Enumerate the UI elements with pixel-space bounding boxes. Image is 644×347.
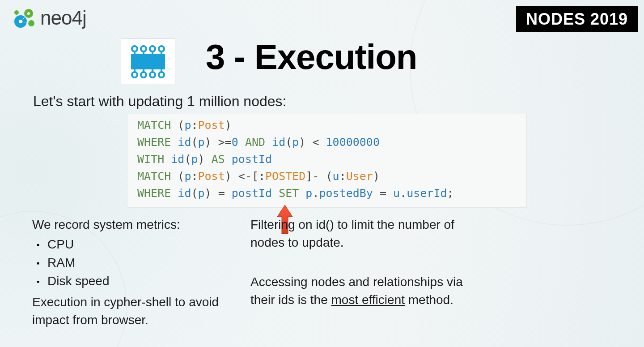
text-line: Filtering on id() to limit the number of bbox=[250, 216, 501, 234]
text-line: Accessing nodes and relationships via bbox=[250, 273, 501, 291]
code-punc: . bbox=[312, 187, 319, 200]
text-line: nodes to update. bbox=[250, 234, 501, 252]
code-punc: ) bbox=[299, 136, 305, 149]
svg-point-23 bbox=[159, 72, 164, 77]
code-punc: : bbox=[339, 170, 346, 183]
code-space bbox=[171, 187, 178, 200]
code-punc: ) bbox=[225, 119, 232, 132]
code-func: id bbox=[178, 136, 191, 149]
svg-point-3 bbox=[14, 10, 19, 15]
code-keyword: MATCH bbox=[137, 119, 171, 132]
code-block: MATCH (p:Post) WHERE id(p) >=0 AND id(p)… bbox=[127, 114, 527, 208]
code-punc: ( bbox=[285, 136, 292, 149]
code-punc: ) bbox=[373, 170, 380, 183]
svg-point-19 bbox=[141, 72, 146, 77]
code-func: id bbox=[171, 153, 184, 166]
code-punc: ( bbox=[184, 153, 191, 166]
code-label: Post bbox=[198, 170, 225, 183]
code-var: p bbox=[184, 119, 191, 132]
svg-point-17 bbox=[132, 72, 137, 77]
code-keyword: MATCH bbox=[137, 170, 171, 183]
code-label: Post bbox=[198, 119, 225, 132]
left-column: We record system metrics: CPU RAM Disk s… bbox=[32, 216, 242, 329]
code-keyword: AS bbox=[205, 153, 232, 166]
code-var: u bbox=[333, 170, 339, 183]
svg-point-13 bbox=[150, 46, 155, 51]
code-keyword: WITH bbox=[137, 153, 164, 166]
right-paragraph-1: Filtering on id() to limit the number of… bbox=[250, 216, 501, 252]
underlined-text: most efficient bbox=[331, 293, 405, 307]
slide-title: 3 - Execution bbox=[206, 37, 417, 77]
code-var: p bbox=[198, 136, 205, 149]
svg-rect-8 bbox=[131, 54, 165, 69]
code-number: 0 bbox=[232, 136, 238, 149]
code-punc: ) bbox=[198, 153, 205, 166]
code-keyword: AND bbox=[238, 136, 272, 149]
code-punc: : bbox=[258, 170, 265, 183]
brand-name: neo4j bbox=[40, 7, 86, 29]
intro-text: Let's start with updating 1 million node… bbox=[33, 93, 286, 110]
code-alias: postId bbox=[232, 153, 272, 166]
code-prop: userId bbox=[407, 187, 447, 200]
svg-point-15 bbox=[159, 46, 164, 51]
code-func: id bbox=[272, 136, 285, 149]
left-footnote-line2: impact from browser. bbox=[32, 311, 242, 329]
metrics-lead: We record system metrics: bbox=[32, 216, 242, 234]
metrics-list: CPU RAM Disk speed bbox=[32, 236, 242, 291]
code-op: = bbox=[212, 187, 232, 200]
event-badge: NODES 2019 bbox=[516, 6, 638, 32]
code-var: u bbox=[393, 187, 400, 200]
text-line: their ids is the most efficient method. bbox=[250, 291, 501, 309]
code-var: p bbox=[191, 153, 198, 166]
code-punc: ) bbox=[225, 170, 232, 183]
code-punc: ( bbox=[171, 170, 184, 183]
code-punc: : bbox=[191, 170, 198, 183]
list-item: RAM bbox=[47, 254, 242, 272]
left-footnote-line1: Execution in cypher-shell to avoid bbox=[32, 293, 242, 311]
code-var: p bbox=[198, 187, 205, 200]
code-relation: POSTED bbox=[265, 170, 305, 183]
code-op: < bbox=[305, 136, 326, 149]
code-alias: postId bbox=[232, 187, 272, 200]
code-var: p bbox=[292, 136, 299, 149]
code-punc: ( bbox=[191, 136, 198, 149]
code-prop: postedBy bbox=[319, 187, 373, 200]
code-var: p bbox=[305, 187, 312, 200]
code-arrow: <-[ bbox=[232, 170, 258, 183]
right-paragraph-2: Accessing nodes and relationships via th… bbox=[250, 273, 501, 309]
list-item: CPU bbox=[47, 236, 242, 254]
code-punc: . bbox=[400, 187, 407, 200]
code-label: User bbox=[346, 170, 373, 183]
code-keyword: WHERE bbox=[137, 187, 171, 200]
code-punc: ) bbox=[205, 136, 212, 149]
text-fragment: method. bbox=[405, 293, 453, 307]
code-keyword: WHERE bbox=[137, 136, 171, 149]
code-space bbox=[171, 136, 178, 149]
brand-logo: neo4j bbox=[12, 5, 86, 30]
code-func: id bbox=[178, 187, 191, 200]
code-space bbox=[164, 153, 171, 166]
code-arrow: ]- ( bbox=[305, 170, 332, 183]
code-punc: ) bbox=[205, 187, 212, 200]
svg-point-11 bbox=[141, 46, 146, 51]
right-column: Filtering on id() to limit the number of… bbox=[250, 216, 501, 309]
code-punc: : bbox=[191, 119, 198, 132]
svg-point-9 bbox=[132, 46, 137, 51]
code-number: 10000000 bbox=[326, 136, 380, 149]
text-fragment: their ids is the bbox=[250, 293, 331, 307]
code-keyword: SET bbox=[272, 187, 305, 200]
neo4j-logo-icon bbox=[12, 5, 37, 30]
code-op: >= bbox=[212, 136, 232, 149]
code-op: = bbox=[373, 187, 393, 200]
svg-point-21 bbox=[150, 72, 155, 77]
code-punc: ; bbox=[447, 187, 454, 200]
chip-icon bbox=[121, 39, 175, 84]
code-var: p bbox=[184, 170, 191, 183]
list-item: Disk speed bbox=[47, 272, 242, 291]
code-punc: ( bbox=[191, 187, 198, 200]
code-punc: ( bbox=[171, 119, 184, 132]
